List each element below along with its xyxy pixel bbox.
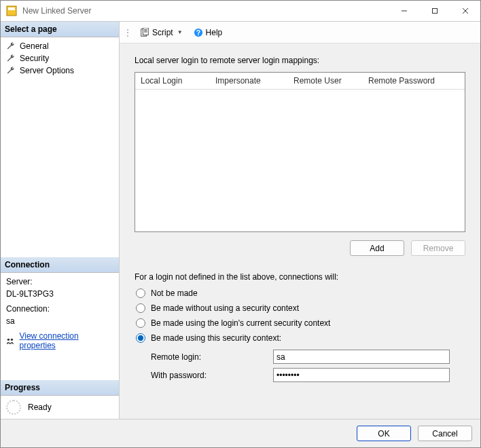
grid-header: Local Login Impersonate Remote User Remo… [135,73,465,90]
connection-value: sa [1,315,119,327]
sidebar-item-label: Server Options [20,66,74,75]
progress-heading: Progress [1,380,119,396]
sidebar-item-server-options[interactable]: Server Options [1,64,119,77]
minimize-button[interactable] [389,1,419,21]
sidebar-item-label: General [20,41,49,51]
fallback-radio-group: Not be made Be made without using a secu… [136,288,465,343]
sidebar-item-security[interactable]: Security [1,52,119,64]
progress-spinner-icon [6,400,21,415]
wrench-icon [6,54,16,63]
mappings-caption: Local server login to remote server logi… [135,56,465,65]
window-title: New Linked Server [22,6,389,16]
svg-point-7 [11,339,13,341]
script-button[interactable]: Script ▼ [135,25,188,40]
view-connection-properties-link[interactable]: View connection properties [19,331,113,350]
maximize-button[interactable] [419,1,450,21]
script-label: Script [152,28,173,37]
svg-rect-1 [8,7,15,10]
server-label: Server: [1,276,119,288]
radio-label: Be made using this security context: [151,333,281,343]
cancel-button[interactable]: Cancel [418,426,472,441]
ok-button[interactable]: OK [357,426,411,441]
progress-status: Ready [28,403,52,412]
help-button[interactable]: ? Help [189,25,228,40]
radio-current-security-input[interactable] [136,318,145,328]
progress-section: Progress Ready [1,380,119,419]
col-impersonate[interactable]: Impersonate [210,73,288,89]
window-buttons [389,1,480,21]
radio-no-security-input[interactable] [136,303,145,313]
security-context-form: Remote login: With password: [151,350,465,386]
radio-not-made[interactable]: Not be made [136,288,465,298]
svg-point-6 [7,339,10,341]
col-remote-password[interactable]: Remote Password [363,73,441,89]
with-password-label: With password: [151,371,273,380]
connection-label: Connection: [1,303,119,315]
svg-text:?: ? [196,28,200,36]
radio-no-security[interactable]: Be made without using a security context [136,303,465,313]
toolbar-grip-icon: ⋮ [124,28,131,37]
sidebar: Select a page General Security Server Op… [1,22,120,419]
radio-not-made-input[interactable] [136,288,145,298]
properties-icon [6,336,15,346]
script-icon [140,28,149,37]
connection-heading: Connection [1,257,119,273]
login-mappings-grid[interactable]: Local Login Impersonate Remote User Remo… [135,72,465,232]
remove-button[interactable]: Remove [411,240,465,256]
radio-label: Not be made [151,288,198,298]
help-icon: ? [194,28,203,37]
wrench-icon [6,41,16,51]
help-label: Help [206,28,223,37]
title-bar: New Linked Server [1,1,480,21]
chevron-down-icon: ▼ [177,29,183,35]
toolbar: ⋮ Script ▼ ? Help [120,22,480,43]
radio-label: Be made without using a security context [151,303,299,313]
remote-login-input[interactable] [273,350,450,364]
radio-current-security[interactable]: Be made using the login's current securi… [136,318,465,328]
wrench-icon [6,66,16,75]
app-icon [6,5,17,16]
main-panel: ⋮ Script ▼ ? Help Local server login to … [120,22,480,419]
svg-rect-9 [143,28,148,35]
close-button[interactable] [450,1,480,21]
radio-this-security-input[interactable] [136,333,145,343]
col-local-login[interactable]: Local Login [135,73,210,89]
svg-rect-3 [432,9,437,14]
with-password-input[interactable] [273,368,450,382]
col-remote-user[interactable]: Remote User [288,73,363,89]
fallback-caption: For a login not defined in the list abov… [135,272,465,282]
server-value: DL-9LT3PG3 [1,288,119,300]
sidebar-item-general[interactable]: General [1,40,119,52]
sidebar-item-label: Security [20,54,49,63]
radio-label: Be made using the login's current securi… [151,318,330,328]
add-button[interactable]: Add [350,240,404,256]
dialog-footer: OK Cancel [1,419,480,447]
sidebar-heading: Select a page [1,22,119,37]
connection-section: Connection Server: DL-9LT3PG3 Connection… [1,257,119,353]
remote-login-label: Remote login: [151,352,273,362]
radio-this-security[interactable]: Be made using this security context: [136,333,465,343]
